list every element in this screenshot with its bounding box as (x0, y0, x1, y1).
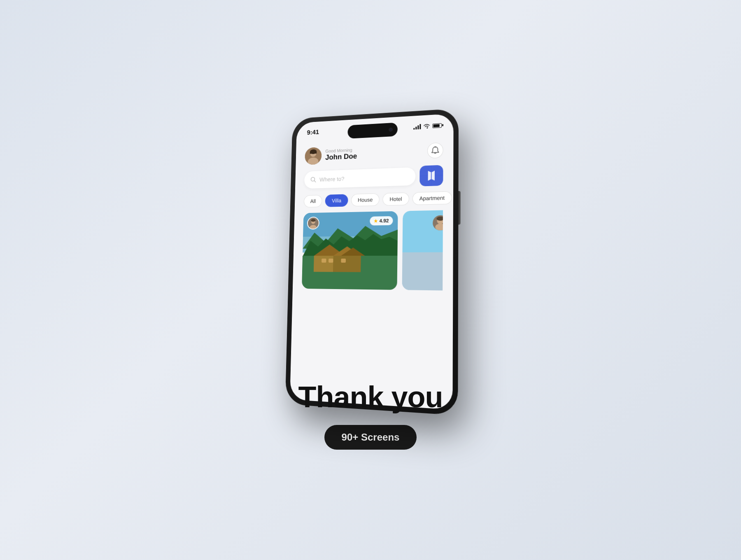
svg-rect-4 (310, 152, 317, 154)
greeting-text: Good Morning John Doe (325, 147, 357, 162)
rating-badge: ★ 4.92 (370, 216, 393, 226)
battery-fill (433, 124, 440, 127)
wifi-icon (423, 123, 430, 129)
status-time: 9:41 (307, 128, 319, 136)
property-card-1-image: ★ 4.92 (302, 211, 398, 290)
svg-line-7 (315, 181, 316, 182)
user-name-label: John Doe (325, 152, 357, 162)
search-placeholder: Where to? (319, 175, 345, 182)
map-thumbnail (419, 165, 443, 187)
phone-mockup: 9:41 (285, 108, 459, 415)
side-button (458, 191, 460, 225)
signal-icon (413, 124, 421, 130)
notification-bell-button[interactable] (427, 142, 443, 159)
thank-you-section: Thank you (298, 382, 443, 412)
category-row: All Villa House Hotel Apartment (304, 191, 443, 208)
search-icon (310, 177, 317, 183)
bell-icon (431, 146, 439, 155)
svg-rect-37 (402, 252, 443, 291)
host-avatar-svg (308, 217, 319, 229)
rating-value: 4.92 (379, 218, 389, 224)
thank-you-heading: Thank you (298, 382, 443, 412)
category-chip-villa[interactable]: Villa (325, 194, 348, 207)
signal-bar-1 (413, 128, 415, 130)
category-chip-house[interactable]: House (351, 193, 380, 206)
battery-icon (433, 123, 442, 128)
camera-dot (389, 128, 393, 132)
signal-bar-2 (415, 127, 417, 130)
svg-rect-31 (341, 259, 346, 263)
svg-rect-29 (322, 259, 326, 263)
phone-body: 9:41 (285, 108, 459, 415)
screens-badge-label: 90+ Screens (342, 432, 400, 443)
category-chip-apartment[interactable]: Apartment (412, 191, 452, 205)
property-cards-row: ★ 4.92 (299, 210, 443, 409)
avatar (305, 147, 322, 165)
category-chip-hotel[interactable]: Hotel (383, 192, 409, 205)
phone-screen: 9:41 (290, 114, 454, 410)
main-scene: 9:41 (284, 110, 457, 450)
property-card-2[interactable] (402, 210, 443, 291)
property-card-2-svg (402, 210, 443, 291)
map-button[interactable] (419, 165, 443, 187)
status-icons (413, 121, 442, 130)
search-bar[interactable]: Where to? (304, 167, 416, 189)
svg-rect-28 (333, 256, 361, 272)
search-row: Where to? (304, 165, 443, 190)
avatar-svg (305, 147, 322, 165)
app-content: Good Morning John Doe (290, 137, 453, 410)
svg-rect-30 (329, 259, 333, 263)
signal-bar-4 (419, 124, 421, 129)
star-icon: ★ (374, 218, 378, 224)
screens-badge-button[interactable]: 90+ Screens (324, 425, 417, 450)
user-info: Good Morning John Doe (305, 145, 357, 165)
signal-bar-3 (417, 125, 419, 129)
property-card-1[interactable]: ★ 4.92 (302, 211, 398, 290)
header-row: Good Morning John Doe (305, 141, 443, 165)
dynamic-island (347, 122, 398, 138)
category-chip-all[interactable]: All (304, 195, 322, 208)
